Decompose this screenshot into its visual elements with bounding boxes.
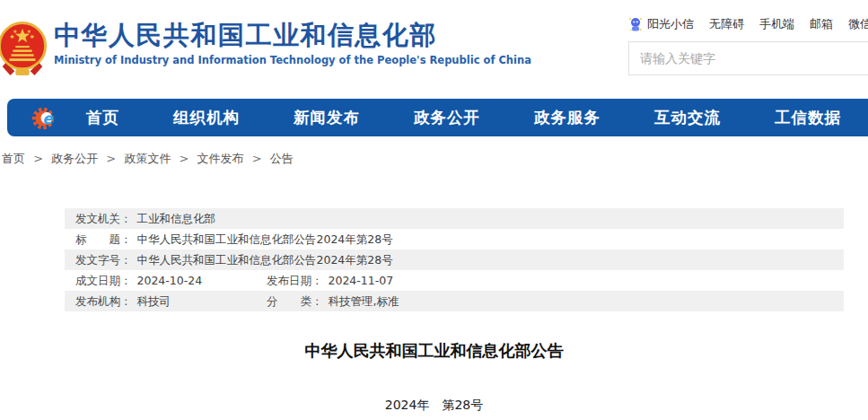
nav-item-interaction[interactable]: 互动交流 — [654, 107, 721, 128]
breadcrumb-gov-disclosure[interactable]: 政务公开 — [51, 152, 98, 165]
nav-items: 首页 组织机构 新闻发布 政务公开 政务服务 互动交流 工信数据 — [59, 107, 868, 128]
breadcrumb-separator: > — [180, 152, 189, 165]
meta-label: 标 题： — [75, 229, 132, 249]
meta-value: 2024-11-07 — [329, 270, 394, 291]
meta-cell: 分 类： 科技管理,标准 — [256, 291, 399, 311]
meta-value: 中华人民共和国工业和信息化部公告2024年第28号 — [137, 249, 393, 270]
national-emblem-icon: ★ ★ ★ ★ — [0, 18, 48, 81]
meta-value: 科技司 — [137, 291, 171, 311]
meta-cell: 标 题： 中华人民共和国工业和信息化部公告2024年第28号 — [65, 229, 393, 249]
link-accessibility[interactable]: 无障碍 — [709, 16, 744, 32]
doc-meta-table: 发文机关： 工业和信息化部 标 题： 中华人民共和国工业和信息化部公告2024年… — [65, 208, 844, 311]
nav-item-organization[interactable]: 组织机构 — [173, 107, 240, 128]
link-mail[interactable]: 邮箱 — [810, 16, 833, 32]
meta-label: 发文机关： — [75, 208, 132, 229]
document-title: 中华人民共和国工业和信息化部公告 — [0, 340, 868, 362]
link-sunshine-xiaoxin-label: 阳光小信 — [647, 16, 694, 32]
breadcrumb-separator: > — [252, 152, 262, 165]
breadcrumb-home[interactable]: 首页 — [2, 152, 25, 165]
svg-text:e: e — [42, 109, 54, 127]
main-navbar: e 首页 组织机构 新闻发布 政务公开 政务服务 互动交流 工信数据 — [7, 99, 868, 136]
doc-meta-row-doc-number: 发文字号： 中华人民共和国工业和信息化部公告2024年第28号 — [65, 249, 844, 270]
site-title: 中华人民共和国工业和信息化部 — [54, 19, 531, 51]
svg-text:★: ★ — [13, 29, 17, 34]
meta-label: 分 类： — [267, 291, 323, 311]
meta-cell: 发文字号： 中华人民共和国工业和信息化部公告2024年第28号 — [65, 249, 393, 270]
breadcrumb-announcement[interactable]: 公告 — [270, 152, 294, 165]
nav-item-gov-services[interactable]: 政务服务 — [534, 107, 601, 128]
nav-item-gov-disclosure[interactable]: 政务公开 — [414, 107, 480, 128]
svg-text:★: ★ — [27, 29, 31, 34]
link-sunshine-xiaoxin[interactable]: 阳光小信 — [628, 16, 694, 32]
meta-value: 工业和信息化部 — [137, 208, 216, 229]
breadcrumb-doc-release[interactable]: 文件发布 — [197, 152, 244, 165]
miit-logo-icon[interactable]: e — [31, 103, 59, 132]
breadcrumb-policy-docs[interactable]: 政策文件 — [124, 152, 171, 165]
site-header: ★ ★ ★ ★ 中华人民共和国工业和信息化部 Ministry of Indus… — [0, 0, 868, 99]
nav-item-news[interactable]: 新闻发布 — [294, 107, 360, 128]
doc-meta-row-title: 标 题： 中华人民共和国工业和信息化部公告2024年第28号 — [65, 229, 844, 249]
nav-item-miit-data[interactable]: 工信数据 — [775, 107, 841, 128]
meta-cell: 发布机构： 科技司 — [65, 291, 256, 311]
search-box — [628, 41, 868, 75]
utility-links: 阳光小信 无障碍 手机端 邮箱 微信 微博 — [628, 16, 868, 32]
meta-cell: 成文日期： 2024-10-24 — [65, 270, 256, 291]
search-input[interactable] — [629, 42, 868, 74]
meta-label: 发文字号： — [75, 249, 132, 270]
site-brand: 中华人民共和国工业和信息化部 Ministry of Industry and … — [54, 19, 531, 66]
nav-item-home[interactable]: 首页 — [86, 107, 119, 128]
meta-label: 发布机构： — [75, 291, 132, 311]
meta-value: 中华人民共和国工业和信息化部公告2024年第28号 — [137, 229, 393, 249]
meta-value: 科技管理,标准 — [329, 291, 399, 311]
mascot-icon — [628, 16, 643, 32]
svg-text:★: ★ — [30, 33, 35, 40]
link-mobile[interactable]: 手机端 — [759, 16, 794, 32]
meta-label: 成文日期： — [75, 270, 132, 291]
link-wechat[interactable]: 微信 — [848, 16, 868, 32]
breadcrumb: 首页 > 政务公开 > 政策文件 > 文件发布 > 公告 — [0, 136, 868, 167]
doc-meta-row-issuing-authority: 发文机关： 工业和信息化部 — [65, 208, 844, 229]
meta-label: 发布日期： — [267, 270, 323, 291]
site-subtitle: Ministry of Industry and Information Tec… — [54, 54, 531, 66]
meta-value: 2024-10-24 — [137, 270, 203, 291]
meta-cell: 发布日期： 2024-11-07 — [256, 270, 393, 291]
breadcrumb-separator: > — [106, 152, 116, 165]
svg-text:★: ★ — [10, 33, 15, 40]
document-issue-number: 2024年 第28号 — [0, 398, 868, 414]
breadcrumb-separator: > — [33, 152, 43, 165]
meta-cell: 发文机关： 工业和信息化部 — [65, 208, 215, 229]
doc-meta-row-publisher: 发布机构： 科技司 分 类： 科技管理,标准 — [65, 291, 844, 311]
doc-meta-row-dates: 成文日期： 2024-10-24 发布日期： 2024-11-07 — [65, 270, 844, 291]
